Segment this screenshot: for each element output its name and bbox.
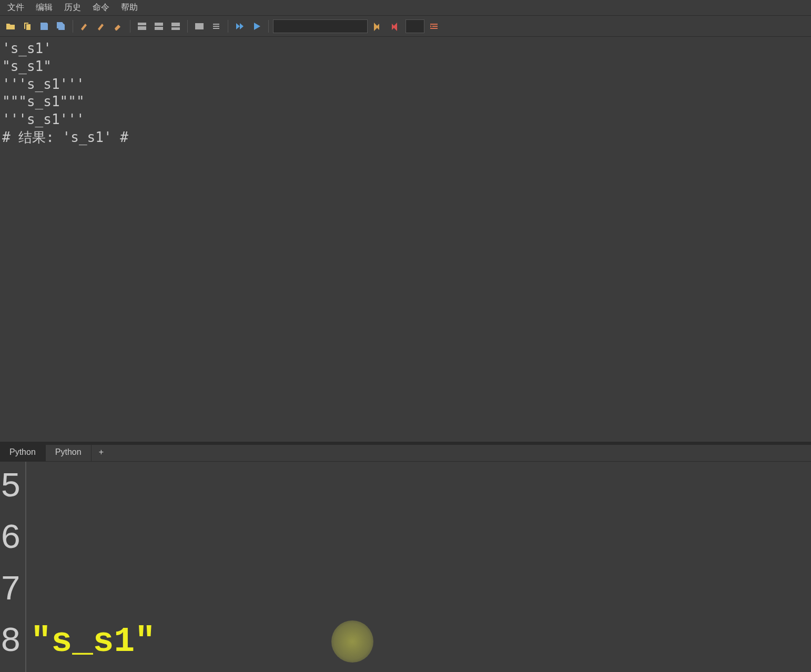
find-next-button[interactable]: [370, 19, 384, 34]
save-all-button[interactable]: [54, 19, 68, 34]
clear-icon: [79, 21, 90, 32]
toolbar-separator: [228, 20, 228, 33]
split-bottom-button[interactable]: [168, 19, 183, 34]
search-input[interactable]: [273, 19, 368, 33]
tab-python-1[interactable]: Python: [46, 445, 92, 461]
copy-file-button[interactable]: [20, 19, 35, 34]
line-number: 6: [0, 513, 21, 565]
save-all-icon: [56, 21, 66, 32]
list-button[interactable]: [209, 19, 224, 34]
line-number: 8: [0, 616, 21, 668]
indent-icon: [429, 21, 439, 32]
menu-文件[interactable]: 文件: [2, 1, 29, 14]
split-top-icon: [137, 21, 147, 32]
save-button[interactable]: [37, 19, 52, 34]
line-number-gutter: 5678: [0, 462, 26, 672]
toolbar-separator: [187, 20, 188, 33]
list-icon: [211, 21, 221, 32]
split-mid-button[interactable]: [151, 19, 166, 34]
output-panel[interactable]: 's_s1' "s_s1" '''s_s1''' """s_s1""" '''s…: [0, 37, 811, 442]
code-line-5[interactable]: "s_s1": [31, 616, 811, 668]
panel-button[interactable]: [192, 19, 207, 34]
toolbar-separator: [73, 20, 73, 33]
eraser-button[interactable]: [111, 19, 126, 34]
eraser-icon: [113, 21, 124, 32]
tab-bar: PythonPython+: [0, 445, 811, 462]
save-icon: [39, 21, 49, 32]
toolbar-separator: [130, 20, 130, 33]
menu-编辑[interactable]: 编辑: [31, 1, 58, 14]
play-icon: [251, 21, 262, 32]
tab-add-button[interactable]: +: [92, 445, 111, 461]
toolbar: [0, 16, 811, 37]
code-editor[interactable]: 5678 "s_s1"'''s_s1'''"""s_s1"""print typ…: [0, 462, 811, 672]
line-number: 7: [0, 565, 21, 616]
copy-file-icon: [22, 21, 33, 32]
open-file-icon: [5, 21, 16, 32]
clear-button[interactable]: [77, 19, 92, 34]
code-line-6[interactable]: '''s_s1''': [31, 668, 811, 672]
open-file-button[interactable]: [3, 19, 18, 34]
token-str: "s_s1": [31, 622, 156, 661]
fast-forward-button[interactable]: [232, 19, 247, 34]
panel-icon: [194, 21, 205, 32]
toolbar-separator: [268, 20, 269, 33]
find-prev-icon: [389, 21, 399, 32]
split-top-button[interactable]: [135, 19, 149, 34]
find-next-icon: [372, 21, 382, 32]
menu-bar: 文件编辑历史命令帮助: [0, 0, 811, 16]
toolbar-small-box: [406, 19, 424, 33]
indent-button[interactable]: [427, 19, 441, 34]
code-area[interactable]: "s_s1"'''s_s1'''"""s_s1"""print type('s_…: [26, 462, 811, 672]
play-button[interactable]: [249, 19, 264, 34]
menu-命令[interactable]: 命令: [87, 1, 115, 14]
menu-帮助[interactable]: 帮助: [116, 1, 143, 14]
menu-历史[interactable]: 历史: [59, 1, 86, 14]
tab-python-0[interactable]: Python: [0, 445, 46, 461]
clear-all-icon: [96, 21, 107, 32]
split-bottom-icon: [170, 21, 181, 32]
split-mid-icon: [154, 21, 164, 32]
find-prev-button[interactable]: [387, 19, 401, 34]
clear-all-button[interactable]: [94, 19, 109, 34]
line-number: 5: [0, 462, 21, 513]
fast-forward-icon: [235, 21, 245, 32]
